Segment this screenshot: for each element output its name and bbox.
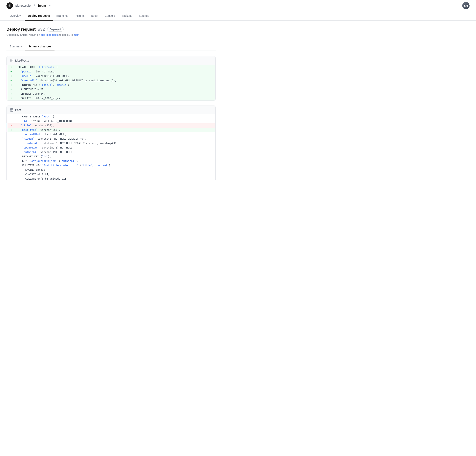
tab-settings[interactable]: Settings (136, 11, 153, 21)
tab-overview[interactable]: Overview (7, 11, 25, 21)
tab-deploy-requests[interactable]: Deploy requests (25, 11, 53, 21)
breadcrumb-separator: / (34, 3, 35, 8)
schema-section-header-post: Post (7, 106, 215, 114)
svg-rect-5 (10, 108, 13, 111)
code-line: + CREATE TABLE `LikedPosts` ( (7, 65, 215, 69)
schema-section-likedposts: LikedPosts + CREATE TABLE `LikedPosts` (… (7, 56, 216, 101)
code-line: + COLLATE utf8mb4_0900_ai_ci; (7, 96, 215, 100)
table-icon (10, 59, 14, 62)
meta-to: to deploy to (59, 33, 74, 36)
tab-branches[interactable]: Branches (53, 11, 71, 21)
branch-link[interactable]: add-liked-posts (41, 33, 59, 36)
code-line: `contentHtml` text NOT NULL, (7, 132, 215, 137)
sub-tab-schema-changes[interactable]: Schema changes (25, 43, 54, 50)
target-branch-link[interactable]: main (74, 33, 79, 36)
code-line: COLLATE utf8mb4_unicode_ci; (7, 176, 215, 181)
deploy-header: Deploy request #32 Deployed (7, 27, 216, 32)
status-badge: Deployed (47, 27, 64, 32)
code-line: FULLTEXT KEY `Post_title_content_idx` (`… (7, 163, 215, 168)
code-line: `authorId` varchar(191) NOT NULL, (7, 150, 215, 154)
deploy-request-number: #32 (38, 27, 45, 32)
schema-section-post: Post CREATE TABLE `Post` ( `id` int NOT … (7, 106, 216, 181)
code-line: + `userId` varchar(191) NOT NULL, (7, 74, 215, 78)
code-line: CHARSET utf8mb4, (7, 172, 215, 176)
top-bar-left: planetscale / beam ▾ (7, 2, 51, 9)
code-line: + PRIMARY KEY (`postId`, `userId`), (7, 83, 215, 87)
code-line: + ) ENGINE InnoDB, (7, 87, 215, 91)
deploy-request-title: Deploy request (7, 27, 35, 32)
org-name[interactable]: planetscale (15, 4, 31, 7)
meta-on: on (37, 33, 41, 36)
code-line: `updatedAt` datetime(3) NOT NULL, (7, 145, 215, 150)
code-line: + `createdAt` datetime(3) NOT NULL DEFAU… (7, 78, 215, 83)
main-content: Deploy request #32 Deployed Opened by Sh… (0, 21, 222, 192)
top-bar: planetscale / beam ▾ SN (0, 0, 476, 11)
tab-boost[interactable]: Boost (88, 11, 102, 21)
tab-console[interactable]: Console (102, 11, 118, 21)
tab-backups[interactable]: Backups (118, 11, 136, 21)
code-block-likedposts: + CREATE TABLE `LikedPosts` ( + `postId`… (7, 65, 215, 100)
code-line: `hidden` tinyint(1) NOT NULL DEFAULT '0'… (7, 137, 215, 141)
nav-tabs: Overview Deploy requests Branches Insigh… (0, 11, 476, 21)
code-line: PRIMARY KEY (`id`), (7, 154, 215, 159)
code-line: KEY `Post_authorId_idx` (`authorId`), (7, 159, 215, 163)
schema-section-header-likedposts: LikedPosts (7, 56, 215, 65)
code-line: CREATE TABLE `Post` ( (7, 114, 215, 119)
code-line: + `postId` int NOT NULL, (7, 69, 215, 74)
code-line: `createdAt` datetime(3) NOT NULL DEFAULT… (7, 141, 215, 145)
meta-author: Shlomi Noach (20, 33, 37, 36)
table-name-post: Post (15, 108, 21, 112)
code-line: + CHARSET utf8mb4, (7, 91, 215, 96)
code-line: + `postTitle` varchar(255), (7, 128, 215, 132)
table-name-likedposts: LikedPosts (15, 59, 29, 62)
avatar[interactable]: SN (462, 2, 469, 9)
sub-tabs: Summary Schema changes (7, 43, 216, 50)
logo[interactable] (7, 2, 13, 9)
svg-rect-1 (10, 59, 13, 62)
code-line: - `title` varchar(255), (7, 123, 215, 128)
project-name[interactable]: beam (38, 4, 46, 7)
project-dropdown-chevron[interactable]: ▾ (49, 4, 51, 7)
meta-prefix: Opened by (7, 33, 19, 36)
code-line: ) ENGINE InnoDB, (7, 168, 215, 172)
deploy-meta: Opened by Shlomi Noach on add-liked-post… (7, 33, 216, 36)
table-icon-post (10, 108, 14, 112)
tab-insights[interactable]: Insights (71, 11, 88, 21)
code-line: `id` int NOT NULL AUTO_INCREMENT, (7, 119, 215, 123)
sub-tab-summary[interactable]: Summary (7, 43, 25, 50)
code-block-post: CREATE TABLE `Post` ( `id` int NOT NULL … (7, 114, 215, 181)
